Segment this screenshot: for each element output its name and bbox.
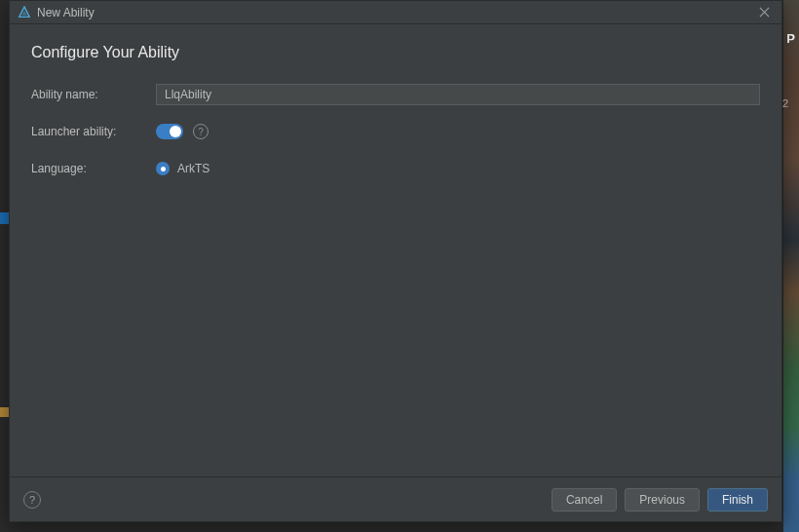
control-language: ArkTS	[156, 162, 760, 175]
radio-dot	[161, 167, 166, 171]
page-title: Configure Your Ability	[31, 44, 760, 61]
previous-button[interactable]: Previous	[625, 488, 700, 512]
help-icon[interactable]: ?	[193, 124, 209, 139]
ability-name-input[interactable]	[156, 84, 760, 105]
row-launcher-ability: Launcher ability: ?	[31, 120, 760, 143]
row-language: Language: ArkTS	[31, 157, 760, 180]
language-radio-arkts[interactable]	[156, 162, 170, 175]
toggle-knob	[170, 126, 181, 137]
control-launcher-ability: ?	[156, 124, 760, 139]
window-title: New Ability	[37, 6, 754, 19]
row-ability-name: Ability name:	[31, 83, 760, 106]
language-radio-arkts-label: ArkTS	[177, 162, 209, 175]
close-button[interactable]	[754, 3, 774, 22]
launcher-ability-toggle[interactable]	[156, 124, 183, 139]
bg-text-2: 2	[782, 97, 788, 109]
label-launcher-ability: Launcher ability:	[31, 125, 156, 138]
app-logo-icon	[18, 6, 31, 19]
close-icon	[759, 7, 770, 18]
footer-help-button[interactable]: ?	[23, 491, 41, 509]
titlebar: New Ability	[10, 1, 781, 24]
cancel-button[interactable]: Cancel	[552, 488, 617, 512]
label-ability-name: Ability name:	[31, 88, 156, 101]
dialog-new-ability: New Ability Configure Your Ability Abili…	[9, 0, 782, 522]
control-ability-name	[156, 84, 760, 105]
dialog-footer: ? Cancel Previous Finish	[10, 476, 781, 521]
finish-button[interactable]: Finish	[707, 488, 768, 512]
label-language: Language:	[31, 162, 156, 175]
dialog-content: Configure Your Ability Ability name: Lau…	[10, 24, 781, 476]
bg-text-p: P	[786, 31, 795, 46]
bg-strip	[783, 0, 799, 532]
